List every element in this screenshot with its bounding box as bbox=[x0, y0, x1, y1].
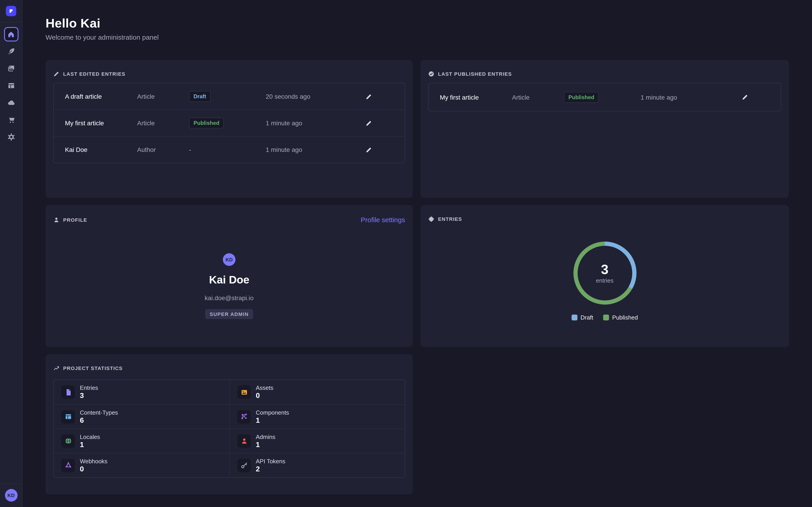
edit-entry-button[interactable] bbox=[363, 145, 374, 155]
card-title: LAST EDITED ENTRIES bbox=[63, 71, 125, 76]
card-header: PROJECT STATISTICS bbox=[53, 365, 405, 371]
card-title: ENTRIES bbox=[438, 216, 462, 222]
profile-avatar: KD bbox=[223, 253, 236, 266]
images-icon bbox=[7, 64, 15, 72]
card-header: LAST PUBLISHED ENTRIES bbox=[428, 71, 781, 77]
profile-settings-link[interactable]: Profile settings bbox=[361, 216, 405, 224]
profile-card: PROFILE Profile settings KD Kai Doe kai.… bbox=[46, 205, 413, 347]
layout-icon bbox=[7, 81, 15, 90]
last-published-table: My first article Article Published 1 min… bbox=[428, 83, 781, 111]
stat-entries: Entries3 bbox=[54, 380, 229, 404]
strapi-logo-button[interactable] bbox=[6, 6, 16, 16]
entry-name: Kai Doe bbox=[65, 146, 137, 153]
layout-icon bbox=[61, 410, 75, 424]
draft-swatch bbox=[571, 315, 577, 321]
stats-table: Entries3 Assets0 Content-Types6 Componen… bbox=[53, 380, 405, 478]
last-edited-entries-card: LAST EDITED ENTRIES A draft article Arti… bbox=[46, 60, 413, 198]
project-statistics-card: PROJECT STATISTICS Entries3 Assets0 Cont… bbox=[46, 354, 413, 494]
puzzle-icon bbox=[428, 216, 435, 222]
entry-type: Author bbox=[137, 146, 189, 153]
globe-icon bbox=[61, 434, 75, 448]
main-content: Hello Kai Welcome to your administration… bbox=[22, 0, 812, 494]
last-edited-table: A draft article Article Draft 20 seconds… bbox=[53, 83, 405, 163]
stat-assets: Assets0 bbox=[229, 380, 405, 404]
card-title: LAST PUBLISHED ENTRIES bbox=[438, 71, 512, 76]
card-header: LAST EDITED ENTRIES bbox=[53, 71, 405, 77]
trend-up-icon bbox=[53, 365, 59, 371]
pencil-icon bbox=[365, 93, 372, 100]
pencil-icon bbox=[53, 71, 59, 77]
status-badge: Published bbox=[564, 92, 599, 103]
edit-entry-button[interactable] bbox=[363, 91, 374, 102]
profile-role-badge: SUPER ADMIN bbox=[205, 309, 253, 319]
donut-chart: 3 entries bbox=[572, 240, 638, 306]
published-swatch bbox=[603, 315, 609, 321]
person-icon bbox=[53, 217, 59, 223]
entry-time: 1 minute ago bbox=[641, 94, 720, 101]
entry-type: Article bbox=[137, 119, 189, 127]
status-empty: - bbox=[189, 146, 266, 153]
stat-components: Components1 bbox=[229, 404, 405, 429]
check-circle-icon bbox=[428, 71, 435, 77]
stat-locales: Locales1 bbox=[54, 429, 229, 453]
entry-type: Article bbox=[512, 94, 564, 101]
cart-icon bbox=[7, 116, 15, 124]
entries-chart: 3 entries Draft Published bbox=[428, 240, 781, 321]
entry-name: My first article bbox=[440, 94, 512, 101]
sidebar-item-content-type-builder[interactable] bbox=[4, 78, 18, 93]
sidebar-item-content-manager[interactable] bbox=[4, 44, 18, 59]
picture-icon bbox=[237, 385, 251, 399]
entry-time: 1 minute ago bbox=[266, 146, 344, 153]
profile-name: Kai Doe bbox=[209, 274, 249, 286]
entry-type: Article bbox=[137, 93, 189, 100]
entries-total: 3 bbox=[601, 263, 608, 276]
profile-body: KD Kai Doe kai.doe@strapi.io SUPER ADMIN bbox=[53, 253, 405, 319]
sidebar-item-settings[interactable] bbox=[4, 130, 18, 144]
sidebar-nav bbox=[4, 27, 18, 144]
entry-time: 20 seconds ago bbox=[266, 93, 344, 100]
sidebar-item-home[interactable] bbox=[4, 27, 18, 42]
home-icon bbox=[7, 31, 15, 38]
nodes-icon bbox=[237, 410, 251, 424]
entry-time: 1 minute ago bbox=[266, 119, 344, 127]
user-icon bbox=[237, 434, 251, 448]
sidebar-logo-area bbox=[0, 0, 22, 22]
pencil-icon bbox=[742, 94, 748, 101]
sidebar-item-deploy[interactable] bbox=[4, 96, 18, 110]
last-published-entries-card: LAST PUBLISHED ENTRIES My first article … bbox=[420, 60, 789, 198]
profile-email: kai.doe@strapi.io bbox=[205, 294, 254, 301]
card-header: PROFILE Profile settings bbox=[53, 216, 405, 224]
stat-admins: Admins1 bbox=[229, 429, 405, 453]
entries-card: ENTRIES 3 entries bbox=[420, 205, 789, 347]
table-row: My first article Article Published 1 min… bbox=[428, 83, 781, 111]
table-row: My first article Article Published 1 min… bbox=[54, 110, 405, 136]
dashboard-grid: LAST EDITED ENTRIES A draft article Arti… bbox=[46, 60, 789, 494]
sidebar-item-marketplace[interactable] bbox=[4, 113, 18, 127]
card-header: ENTRIES bbox=[428, 216, 781, 222]
status-badge: Published bbox=[189, 118, 224, 128]
donut-center: 3 entries bbox=[572, 240, 638, 306]
page-title: Hello Kai bbox=[46, 16, 789, 31]
legend-item-published: Published bbox=[603, 314, 638, 321]
gear-icon bbox=[7, 133, 15, 141]
table-row: Kai Doe Author - 1 minute ago bbox=[54, 136, 405, 163]
user-avatar-button[interactable]: KD bbox=[5, 489, 17, 502]
chart-legend: Draft Published bbox=[571, 314, 638, 321]
sidebar-footer: KD bbox=[0, 484, 22, 507]
edit-entry-button[interactable] bbox=[363, 118, 374, 128]
key-icon bbox=[237, 459, 251, 472]
cloud-icon bbox=[7, 99, 15, 107]
sidebar-item-media-library[interactable] bbox=[4, 61, 18, 76]
entries-total-label: entries bbox=[596, 277, 613, 284]
edit-entry-button[interactable] bbox=[740, 92, 750, 102]
card-title: PROFILE bbox=[63, 217, 87, 222]
entry-name: A draft article bbox=[65, 93, 137, 100]
file-icon bbox=[61, 385, 75, 399]
feather-icon bbox=[7, 47, 15, 55]
sidebar: KD bbox=[0, 0, 22, 507]
entry-name: My first article bbox=[65, 119, 137, 127]
webhook-icon bbox=[61, 459, 75, 472]
card-title: PROJECT STATISTICS bbox=[63, 365, 123, 371]
pencil-icon bbox=[365, 120, 372, 126]
page-subtitle: Welcome to your administration panel bbox=[46, 33, 789, 41]
